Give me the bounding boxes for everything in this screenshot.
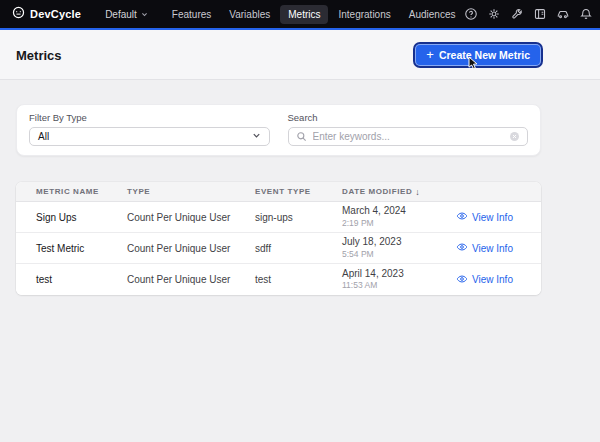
- plus-icon: +: [426, 48, 434, 61]
- search-label: Search: [288, 112, 529, 123]
- view-info-label: View Info: [472, 274, 513, 285]
- date-modified-cell: July 18, 2023 5:54 PM: [342, 236, 456, 259]
- nav-item-variables[interactable]: Variables: [221, 5, 278, 24]
- filter-card: Filter By Type All Search: [16, 104, 541, 156]
- date-modified-cell: April 14, 2023 11:53 AM: [342, 268, 456, 291]
- column-header-type: Type: [127, 187, 255, 196]
- table-row: Sign Ups Count Per Unique User sign-ups …: [16, 202, 541, 233]
- date-line: July 18, 2023: [342, 236, 456, 249]
- page-header: Metrics + Create New Metric: [0, 30, 600, 80]
- chevron-down-icon: [252, 131, 261, 142]
- search-icon: [296, 128, 307, 146]
- nav-item-features[interactable]: Features: [164, 5, 219, 24]
- main-nav: Features Variables Metrics Integrations …: [164, 5, 464, 24]
- date-line: March 4, 2024: [342, 205, 456, 218]
- brand-name: DevCycle: [30, 8, 81, 20]
- eye-icon: [456, 273, 468, 287]
- help-icon[interactable]: [463, 6, 479, 22]
- view-info-label: View Info: [472, 212, 513, 223]
- topbar-actions: [463, 6, 600, 22]
- support-wrench-icon[interactable]: [509, 6, 525, 22]
- metric-type-cell: Count Per Unique User: [127, 212, 255, 223]
- filter-type-selected-value: All: [38, 131, 49, 142]
- nav-item-metrics[interactable]: Metrics: [280, 5, 328, 24]
- column-header-event-type: Event Type: [255, 187, 342, 196]
- time-line: 5:54 PM: [342, 249, 456, 260]
- event-type-cell: sdff: [255, 243, 342, 254]
- eye-icon: [456, 241, 468, 255]
- view-info-link[interactable]: View Info: [456, 273, 541, 287]
- column-header-metric-name: Metric Name: [36, 187, 127, 196]
- table-row: test Count Per Unique User test April 14…: [16, 264, 541, 295]
- devcycle-logo-icon: [12, 5, 25, 23]
- nav-item-audiences[interactable]: Audiences: [401, 5, 464, 24]
- view-info-link[interactable]: View Info: [456, 210, 541, 224]
- search-group: Search: [288, 112, 529, 146]
- date-modified-label: Date Modified: [342, 187, 412, 196]
- time-line: 11:53 AM: [342, 280, 456, 291]
- create-new-metric-label: Create New Metric: [439, 49, 530, 61]
- page-title: Metrics: [16, 48, 62, 63]
- column-header-date-modified[interactable]: Date Modified ↓: [342, 187, 456, 197]
- time-line: 2:19 PM: [342, 218, 456, 229]
- clear-search-icon[interactable]: [509, 131, 520, 142]
- metrics-table: Metric Name Type Event Type Date Modifie…: [16, 182, 541, 295]
- create-new-metric-button[interactable]: + Create New Metric: [415, 44, 541, 66]
- brand-link[interactable]: DevCycle: [12, 5, 81, 23]
- settings-gear-icon[interactable]: [486, 6, 502, 22]
- table-header-row: Metric Name Type Event Type Date Modifie…: [16, 182, 541, 202]
- notifications-bell-icon[interactable]: [578, 6, 594, 22]
- project-switcher[interactable]: Default: [105, 9, 148, 20]
- filter-by-type-label: Filter By Type: [29, 112, 270, 123]
- metric-name-cell: Test Metric: [36, 243, 127, 254]
- top-navigation: DevCycle Default Features Variables Metr…: [0, 0, 600, 28]
- event-type-cell: test: [255, 274, 342, 285]
- project-switcher-label: Default: [105, 9, 137, 20]
- car-icon[interactable]: [555, 6, 571, 22]
- search-box: [288, 127, 529, 146]
- metric-type-cell: Count Per Unique User: [127, 243, 255, 254]
- search-input[interactable]: [313, 131, 504, 142]
- nav-item-integrations[interactable]: Integrations: [330, 5, 398, 24]
- app-root: DevCycle Default Features Variables Metr…: [0, 0, 600, 295]
- view-info-label: View Info: [472, 243, 513, 254]
- metric-name-cell: Sign Ups: [36, 212, 127, 223]
- chevron-down-icon: [141, 9, 148, 20]
- date-modified-cell: March 4, 2024 2:19 PM: [342, 205, 456, 228]
- table-row: Test Metric Count Per Unique User sdff J…: [16, 233, 541, 264]
- filter-by-type-group: Filter By Type All: [29, 112, 270, 146]
- filter-type-select[interactable]: All: [29, 127, 270, 146]
- date-line: April 14, 2023: [342, 268, 456, 281]
- sort-descending-icon: ↓: [415, 187, 420, 197]
- eye-icon: [456, 210, 468, 224]
- metric-type-cell: Count Per Unique User: [127, 274, 255, 285]
- event-type-cell: sign-ups: [255, 212, 342, 223]
- docs-icon[interactable]: [532, 6, 548, 22]
- view-info-link[interactable]: View Info: [456, 241, 541, 255]
- metric-name-cell: test: [36, 274, 127, 285]
